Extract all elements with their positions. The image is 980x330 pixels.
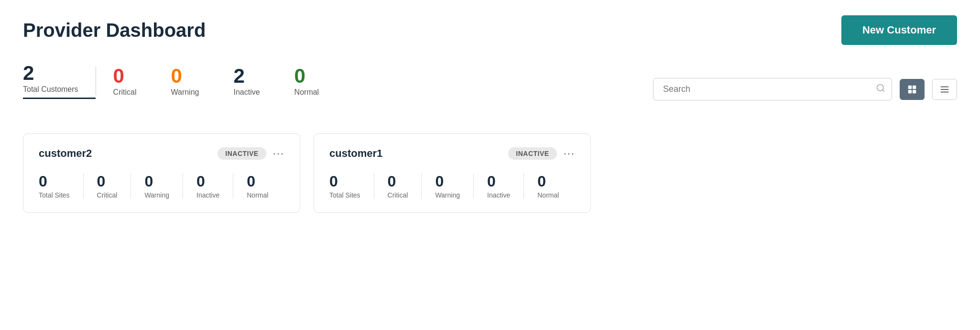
c1-inactive-value: 0 bbox=[487, 173, 496, 190]
card-stat-normal-c1: 0 Normal bbox=[523, 173, 572, 199]
card-stats-customer1: 0 Total Sites 0 Critical 0 Warning 0 Ina… bbox=[329, 173, 575, 199]
card-stat-inactive-c1: 0 Inactive bbox=[473, 173, 523, 199]
c2-inactive-value: 0 bbox=[196, 173, 205, 190]
svg-rect-3 bbox=[913, 85, 916, 88]
customer2-name: customer2 bbox=[39, 147, 92, 160]
c1-critical-value: 0 bbox=[388, 173, 396, 190]
controls bbox=[653, 78, 957, 100]
c2-total-sites-value: 0 bbox=[39, 173, 47, 190]
card-header-customer1: customer1 INACTIVE ··· bbox=[329, 147, 575, 160]
stat-inactive: 2 Inactive bbox=[216, 65, 277, 97]
card-stat-total-sites-c2: 0 Total Sites bbox=[39, 173, 83, 199]
card-stat-normal-c2: 0 Normal bbox=[233, 173, 282, 199]
customer1-name: customer1 bbox=[329, 147, 382, 160]
c1-critical-label: Critical bbox=[388, 191, 408, 199]
stat-total-customers-value: 2 bbox=[23, 62, 34, 84]
c2-inactive-label: Inactive bbox=[196, 191, 219, 199]
svg-rect-4 bbox=[908, 90, 912, 93]
header: Provider Dashboard New Customer bbox=[23, 15, 957, 45]
list-view-button[interactable] bbox=[932, 79, 957, 100]
stat-warning-label: Warning bbox=[171, 88, 199, 97]
c1-warning-label: Warning bbox=[435, 191, 460, 199]
card-stats-customer2: 0 Total Sites 0 Critical 0 Warning 0 Ina… bbox=[39, 173, 284, 199]
c2-normal-label: Normal bbox=[247, 191, 268, 199]
card-stat-inactive-c2: 0 Inactive bbox=[183, 173, 233, 199]
cards-container: customer2 INACTIVE ··· 0 Total Sites 0 C… bbox=[23, 133, 957, 213]
c1-total-sites-value: 0 bbox=[329, 173, 338, 190]
stat-inactive-value: 2 bbox=[233, 65, 244, 87]
card-header-right-customer1: INACTIVE ··· bbox=[508, 147, 575, 160]
card-header-right-customer2: INACTIVE ··· bbox=[218, 147, 284, 160]
stat-critical-label: Critical bbox=[113, 88, 137, 97]
c2-total-sites-label: Total Sites bbox=[39, 191, 70, 199]
stat-normal: 0 Normal bbox=[277, 65, 337, 97]
grid-view-button[interactable] bbox=[900, 79, 925, 100]
c1-normal-value: 0 bbox=[537, 173, 546, 190]
customer2-status-badge: INACTIVE bbox=[218, 147, 266, 160]
customer1-more-button[interactable]: ··· bbox=[564, 147, 575, 160]
c1-normal-label: Normal bbox=[537, 191, 559, 199]
c2-critical-label: Critical bbox=[97, 191, 118, 199]
search-input[interactable] bbox=[653, 78, 892, 100]
card-stat-total-sites-c1: 0 Total Sites bbox=[329, 173, 374, 199]
card-stat-warning-c1: 0 Warning bbox=[421, 173, 473, 199]
c2-warning-value: 0 bbox=[144, 173, 153, 190]
page-title: Provider Dashboard bbox=[23, 20, 206, 41]
new-customer-button[interactable]: New Customer bbox=[841, 15, 957, 45]
c2-warning-label: Warning bbox=[144, 191, 169, 199]
stat-normal-label: Normal bbox=[294, 88, 319, 97]
card-stat-warning-c2: 0 Warning bbox=[131, 173, 183, 199]
customer-card-customer2: customer2 INACTIVE ··· 0 Total Sites 0 C… bbox=[23, 133, 300, 213]
c1-warning-value: 0 bbox=[435, 173, 444, 190]
c2-critical-value: 0 bbox=[97, 173, 106, 190]
stat-normal-value: 0 bbox=[294, 65, 305, 87]
card-stat-critical-c2: 0 Critical bbox=[83, 173, 131, 199]
stat-inactive-label: Inactive bbox=[233, 88, 260, 97]
search-wrapper bbox=[653, 78, 892, 100]
customer-card-customer1: customer1 INACTIVE ··· 0 Total Sites 0 C… bbox=[314, 133, 591, 213]
stat-total-customers: 2 Total Customers bbox=[23, 62, 96, 99]
stats-bar: 2 Total Customers 0 Critical 0 Warning 2… bbox=[23, 62, 336, 99]
stat-critical: 0 Critical bbox=[113, 65, 154, 97]
svg-rect-2 bbox=[908, 85, 912, 88]
svg-rect-5 bbox=[913, 90, 916, 93]
stat-divider-1 bbox=[96, 66, 96, 95]
card-header-customer2: customer2 INACTIVE ··· bbox=[39, 147, 284, 160]
stat-warning-value: 0 bbox=[171, 65, 182, 87]
stat-warning: 0 Warning bbox=[153, 65, 216, 97]
c2-normal-value: 0 bbox=[247, 173, 255, 190]
customer2-more-button[interactable]: ··· bbox=[273, 147, 284, 160]
card-stat-critical-c1: 0 Critical bbox=[374, 173, 422, 199]
stat-critical-value: 0 bbox=[113, 65, 124, 87]
c1-inactive-label: Inactive bbox=[487, 191, 510, 199]
customer1-status-badge: INACTIVE bbox=[508, 147, 556, 160]
c1-total-sites-label: Total Sites bbox=[329, 191, 360, 199]
page-container: Provider Dashboard New Customer 2 Total … bbox=[0, 0, 980, 228]
stat-total-customers-label: Total Customers bbox=[23, 85, 78, 94]
